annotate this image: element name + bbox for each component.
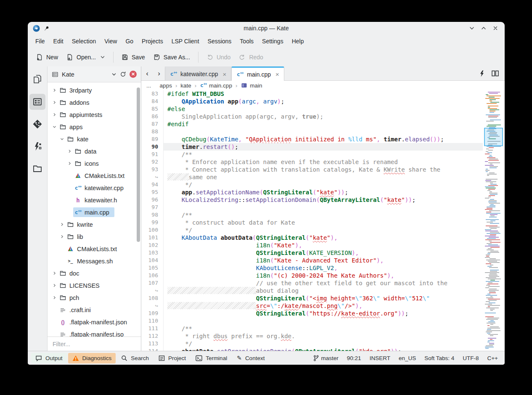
menu-help[interactable]: Help [288,36,308,47]
code-line[interactable]: 101 KAboutData aboutData(QStringLiteral(… [141,234,483,241]
tree-item-kate[interactable]: kate [48,133,141,145]
tree-item-messages-sh[interactable]: >_Messages.sh [48,255,141,267]
dock-project-view-button[interactable] [29,94,45,110]
statusbar-diagnostics-button[interactable]: Diagnostics [68,353,116,363]
breadcrumb-ellipsis[interactable]: ... [146,82,151,89]
code-line[interactable]: 102 i18n("Kate"), [141,241,483,249]
minimize-button[interactable] [469,26,474,31]
tree-item-lib[interactable]: lib [48,231,141,243]
pin-icon[interactable] [44,26,49,31]
code-line[interactable]: 105 KAboutLicense::LGPL_V2, [141,264,483,272]
menu-lsp-client[interactable]: LSP Client [167,36,204,47]
code-line[interactable]: 93 * Connect application with translatio… [141,166,483,173]
chevron-down-icon[interactable] [100,55,105,60]
code-line-wrapped[interactable]: ↪src=\":/kate/mascot.png\"/>"), [141,302,483,310]
maximize-button[interactable] [481,26,486,31]
code-line[interactable]: 95 app.setApplicationName(QStringLiteral… [141,188,483,196]
statusbar-c[interactable]: C++ [487,355,498,361]
tab-main-cpp[interactable]: c++main.cpp× [231,66,284,81]
minimap-scrollbar[interactable] [483,90,505,351]
menu-view[interactable]: View [100,36,121,47]
code-line[interactable]: 97 [141,204,483,211]
chevron-down-icon[interactable] [58,135,66,143]
tree-item-cmakelists-txt[interactable]: CMakeLists.txt [48,243,141,255]
tree-item-appiumtests[interactable]: appiumtests [48,109,141,121]
code-line[interactable]: 98 /** [141,211,483,219]
chevron-right-icon[interactable] [51,294,58,301]
tree-item-addons[interactable]: addons [48,96,141,109]
menu-sessions[interactable]: Sessions [204,36,236,47]
chevron-right-icon[interactable] [58,233,66,240]
tree-item-craft-ini[interactable]: .craft.ini [48,304,141,316]
tree-item-flatpak-manifest-jso[interactable]: .flatpak-manifest.jso [48,328,141,337]
breadcrumb-kate[interactable]: kate [180,82,191,89]
statusbar-output-button[interactable]: Output [31,353,67,363]
filter-input[interactable] [49,341,139,347]
chevron-down-icon[interactable] [51,123,58,130]
chevron-right-icon[interactable] [51,87,58,94]
tree-item-cmakelists-txt[interactable]: CMakeLists.txt [48,170,141,182]
code-line[interactable]: 91 /** [141,151,483,158]
statusbar-en-us[interactable]: en_US [399,355,416,361]
menu-file[interactable]: File [31,36,49,47]
code-line[interactable]: 85#else [141,105,483,113]
tree-item-apps[interactable]: apps [48,121,141,133]
dock-git-button[interactable] [29,116,45,132]
tree-item-main-cpp[interactable]: c++main.cpp [48,206,141,218]
new-button[interactable]: New [32,50,62,64]
dock-documents-button[interactable] [29,72,45,87]
tree-item-data[interactable]: data [48,145,141,157]
code-line[interactable]: 83#ifdef WITH_DBUS [141,90,483,98]
chevron-right-icon[interactable] [66,148,73,155]
code-line[interactable]: 86 SingleApplication app(argc, argv, tru… [141,113,483,120]
tree-item-flatpak-manifest-json[interactable]: ().flatpak-manifest.json [48,316,141,328]
menu-settings[interactable]: Settings [258,36,288,47]
code-line[interactable]: 87#endif [141,120,483,128]
dock-filesystem-button[interactable] [29,161,45,177]
code-line[interactable]: 89 qCDebug(KateTime, "QApplication initi… [141,135,483,143]
statusbar-90-21[interactable]: 90:21 [347,355,361,361]
tab-close-icon[interactable]: × [223,71,227,78]
reload-project-button[interactable] [120,71,126,77]
tree-item-pch[interactable]: pch [48,292,141,304]
quick-open-icon[interactable] [479,70,485,77]
code-line[interactable]: 110 [141,317,483,325]
chevron-right-icon[interactable] [51,99,58,106]
split-view-icon[interactable] [492,70,499,77]
code-line[interactable]: 112 * right dbus prefix == org.kde. [141,332,483,340]
project-panel-title[interactable]: Kate [62,71,108,78]
tree-scrollbar-thumb[interactable] [137,87,140,242]
statusbar-project-button[interactable]: Project [154,353,190,363]
tree-item-icons[interactable]: icons [48,157,141,170]
code-line[interactable]: 104 i18n("Kate - Advanced Text Editor"), [141,257,483,264]
tree-scrollbar[interactable] [137,85,140,334]
chevron-right-icon[interactable] [51,111,58,118]
code-line[interactable]: 88 [141,128,483,135]
save-button[interactable]: Save [117,50,149,64]
chevron-right-icon[interactable] [51,282,58,289]
chevron-right-icon[interactable] [58,221,66,228]
code-line[interactable]: 94 */ [141,181,483,188]
tree-item-3rdparty[interactable]: 3rdparty [48,84,141,96]
breadcrumb-main-cpp[interactable]: c++main.cpp [200,82,232,89]
code-editor[interactable]: 83#ifdef WITH_DBUS84 QApplication app(ar… [141,90,483,351]
breadcrumb-main[interactable]: main [241,82,262,89]
open-button[interactable]: Open... [62,50,109,64]
statusbar-search-button[interactable]: Search [117,353,153,363]
tab-nav-back-button[interactable]: ‹ [141,66,153,80]
code-line[interactable]: 114 aboutData.setOrganizationDomain(QByt… [141,347,483,351]
tree-item-licenses[interactable]: LICENSES [48,279,141,292]
code-line[interactable]: 111 /** [141,325,483,332]
tree-item-katewaiter-cpp[interactable]: c++katewaiter.cpp [48,182,141,194]
menu-go[interactable]: Go [121,36,138,47]
close-toolview-button[interactable]: ✕ [130,71,137,78]
code-line-wrapped[interactable]: ↪same one [141,173,483,181]
code-line[interactable]: 84 QApplication app(argc, argv); [141,98,483,105]
statusbar-utf-8[interactable]: UTF-8 [463,355,479,361]
statusbar-insert[interactable]: INSERT [370,355,390,361]
code-line[interactable]: 103 QStringLiteral(KATE_VERSION), [141,249,483,257]
save-as-button[interactable]: Save As... [149,50,194,64]
code-line[interactable]: 109 QStringLiteral("https://kate-editor.… [141,310,483,317]
code-line-wrapped[interactable]: ↪about dialog [141,287,483,294]
menu-projects[interactable]: Projects [138,36,167,47]
